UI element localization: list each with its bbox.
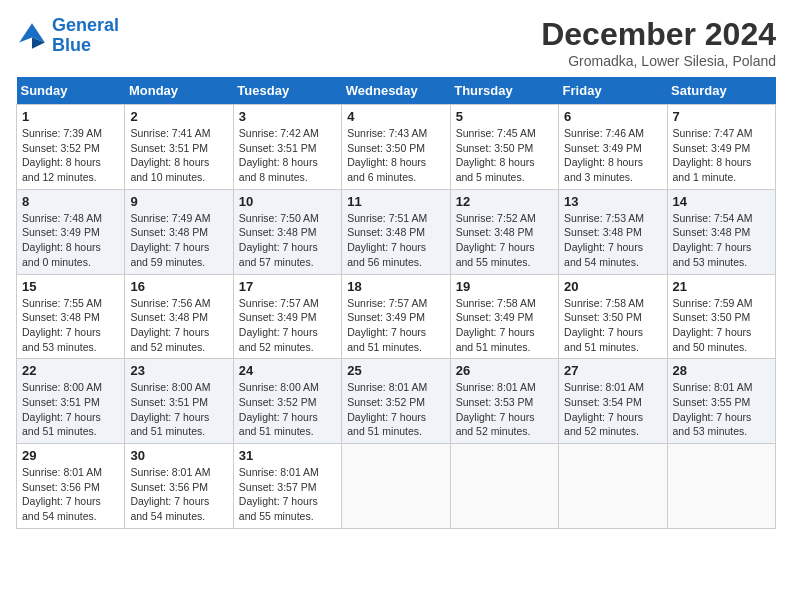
calendar-cell: 18 Sunrise: 7:57 AM Sunset: 3:49 PM Dayl… <box>342 274 450 359</box>
day-number: 9 <box>130 194 227 209</box>
day-number: 13 <box>564 194 661 209</box>
day-number: 25 <box>347 363 444 378</box>
calendar-cell: 7 Sunrise: 7:47 AM Sunset: 3:49 PM Dayli… <box>667 105 775 190</box>
week-row-5: 29 Sunrise: 8:01 AM Sunset: 3:56 PM Dayl… <box>17 444 776 529</box>
calendar-cell: 4 Sunrise: 7:43 AM Sunset: 3:50 PM Dayli… <box>342 105 450 190</box>
day-detail: Sunrise: 7:50 AM Sunset: 3:48 PM Dayligh… <box>239 211 336 270</box>
day-number: 6 <box>564 109 661 124</box>
title-area: December 2024 Gromadka, Lower Silesia, P… <box>541 16 776 69</box>
day-number: 15 <box>22 279 119 294</box>
day-detail: Sunrise: 8:01 AM Sunset: 3:55 PM Dayligh… <box>673 380 770 439</box>
day-number: 16 <box>130 279 227 294</box>
day-detail: Sunrise: 7:43 AM Sunset: 3:50 PM Dayligh… <box>347 126 444 185</box>
day-number: 20 <box>564 279 661 294</box>
calendar-cell: 2 Sunrise: 7:41 AM Sunset: 3:51 PM Dayli… <box>125 105 233 190</box>
calendar-cell: 19 Sunrise: 7:58 AM Sunset: 3:49 PM Dayl… <box>450 274 558 359</box>
day-detail: Sunrise: 7:45 AM Sunset: 3:50 PM Dayligh… <box>456 126 553 185</box>
day-number: 30 <box>130 448 227 463</box>
calendar-cell: 26 Sunrise: 8:01 AM Sunset: 3:53 PM Dayl… <box>450 359 558 444</box>
day-detail: Sunrise: 7:55 AM Sunset: 3:48 PM Dayligh… <box>22 296 119 355</box>
logo-icon <box>16 20 48 52</box>
day-detail: Sunrise: 8:01 AM Sunset: 3:57 PM Dayligh… <box>239 465 336 524</box>
calendar-cell <box>450 444 558 529</box>
day-number: 17 <box>239 279 336 294</box>
calendar-cell: 13 Sunrise: 7:53 AM Sunset: 3:48 PM Dayl… <box>559 189 667 274</box>
day-detail: Sunrise: 7:58 AM Sunset: 3:50 PM Dayligh… <box>564 296 661 355</box>
calendar-cell: 16 Sunrise: 7:56 AM Sunset: 3:48 PM Dayl… <box>125 274 233 359</box>
day-detail: Sunrise: 7:58 AM Sunset: 3:49 PM Dayligh… <box>456 296 553 355</box>
week-row-1: 1 Sunrise: 7:39 AM Sunset: 3:52 PM Dayli… <box>17 105 776 190</box>
weekday-wednesday: Wednesday <box>342 77 450 105</box>
day-number: 14 <box>673 194 770 209</box>
calendar-cell: 27 Sunrise: 8:01 AM Sunset: 3:54 PM Dayl… <box>559 359 667 444</box>
calendar-cell: 31 Sunrise: 8:01 AM Sunset: 3:57 PM Dayl… <box>233 444 341 529</box>
calendar-cell: 28 Sunrise: 8:01 AM Sunset: 3:55 PM Dayl… <box>667 359 775 444</box>
day-number: 8 <box>22 194 119 209</box>
day-detail: Sunrise: 7:49 AM Sunset: 3:48 PM Dayligh… <box>130 211 227 270</box>
day-number: 19 <box>456 279 553 294</box>
day-number: 3 <box>239 109 336 124</box>
calendar-cell: 29 Sunrise: 8:01 AM Sunset: 3:56 PM Dayl… <box>17 444 125 529</box>
calendar-cell: 17 Sunrise: 7:57 AM Sunset: 3:49 PM Dayl… <box>233 274 341 359</box>
day-detail: Sunrise: 7:56 AM Sunset: 3:48 PM Dayligh… <box>130 296 227 355</box>
day-detail: Sunrise: 7:47 AM Sunset: 3:49 PM Dayligh… <box>673 126 770 185</box>
week-row-2: 8 Sunrise: 7:48 AM Sunset: 3:49 PM Dayli… <box>17 189 776 274</box>
day-detail: Sunrise: 7:51 AM Sunset: 3:48 PM Dayligh… <box>347 211 444 270</box>
logo-text: General Blue <box>52 16 119 56</box>
location: Gromadka, Lower Silesia, Poland <box>541 53 776 69</box>
calendar-cell: 14 Sunrise: 7:54 AM Sunset: 3:48 PM Dayl… <box>667 189 775 274</box>
calendar-cell <box>559 444 667 529</box>
day-detail: Sunrise: 8:01 AM Sunset: 3:54 PM Dayligh… <box>564 380 661 439</box>
day-number: 2 <box>130 109 227 124</box>
day-detail: Sunrise: 8:01 AM Sunset: 3:53 PM Dayligh… <box>456 380 553 439</box>
day-detail: Sunrise: 7:54 AM Sunset: 3:48 PM Dayligh… <box>673 211 770 270</box>
month-title: December 2024 <box>541 16 776 53</box>
weekday-tuesday: Tuesday <box>233 77 341 105</box>
calendar-cell <box>667 444 775 529</box>
calendar-cell: 8 Sunrise: 7:48 AM Sunset: 3:49 PM Dayli… <box>17 189 125 274</box>
day-number: 23 <box>130 363 227 378</box>
calendar-cell: 30 Sunrise: 8:01 AM Sunset: 3:56 PM Dayl… <box>125 444 233 529</box>
weekday-header-row: SundayMondayTuesdayWednesdayThursdayFrid… <box>17 77 776 105</box>
day-number: 28 <box>673 363 770 378</box>
logo: General Blue <box>16 16 119 56</box>
day-detail: Sunrise: 8:01 AM Sunset: 3:56 PM Dayligh… <box>22 465 119 524</box>
day-detail: Sunrise: 7:46 AM Sunset: 3:49 PM Dayligh… <box>564 126 661 185</box>
calendar-cell: 25 Sunrise: 8:01 AM Sunset: 3:52 PM Dayl… <box>342 359 450 444</box>
day-detail: Sunrise: 7:52 AM Sunset: 3:48 PM Dayligh… <box>456 211 553 270</box>
calendar-cell: 11 Sunrise: 7:51 AM Sunset: 3:48 PM Dayl… <box>342 189 450 274</box>
calendar-cell: 12 Sunrise: 7:52 AM Sunset: 3:48 PM Dayl… <box>450 189 558 274</box>
calendar-cell: 6 Sunrise: 7:46 AM Sunset: 3:49 PM Dayli… <box>559 105 667 190</box>
calendar-table: SundayMondayTuesdayWednesdayThursdayFrid… <box>16 77 776 529</box>
weekday-saturday: Saturday <box>667 77 775 105</box>
day-detail: Sunrise: 7:59 AM Sunset: 3:50 PM Dayligh… <box>673 296 770 355</box>
calendar-cell: 3 Sunrise: 7:42 AM Sunset: 3:51 PM Dayli… <box>233 105 341 190</box>
day-number: 22 <box>22 363 119 378</box>
calendar-cell: 15 Sunrise: 7:55 AM Sunset: 3:48 PM Dayl… <box>17 274 125 359</box>
calendar-cell <box>342 444 450 529</box>
calendar-cell: 23 Sunrise: 8:00 AM Sunset: 3:51 PM Dayl… <box>125 359 233 444</box>
calendar-cell: 21 Sunrise: 7:59 AM Sunset: 3:50 PM Dayl… <box>667 274 775 359</box>
day-detail: Sunrise: 8:01 AM Sunset: 3:52 PM Dayligh… <box>347 380 444 439</box>
weekday-sunday: Sunday <box>17 77 125 105</box>
weekday-thursday: Thursday <box>450 77 558 105</box>
week-row-4: 22 Sunrise: 8:00 AM Sunset: 3:51 PM Dayl… <box>17 359 776 444</box>
calendar-cell: 10 Sunrise: 7:50 AM Sunset: 3:48 PM Dayl… <box>233 189 341 274</box>
calendar-cell: 24 Sunrise: 8:00 AM Sunset: 3:52 PM Dayl… <box>233 359 341 444</box>
day-number: 7 <box>673 109 770 124</box>
calendar-cell: 22 Sunrise: 8:00 AM Sunset: 3:51 PM Dayl… <box>17 359 125 444</box>
day-number: 4 <box>347 109 444 124</box>
weekday-friday: Friday <box>559 77 667 105</box>
day-detail: Sunrise: 7:48 AM Sunset: 3:49 PM Dayligh… <box>22 211 119 270</box>
day-detail: Sunrise: 7:41 AM Sunset: 3:51 PM Dayligh… <box>130 126 227 185</box>
day-detail: Sunrise: 8:01 AM Sunset: 3:56 PM Dayligh… <box>130 465 227 524</box>
day-number: 27 <box>564 363 661 378</box>
day-number: 24 <box>239 363 336 378</box>
day-number: 5 <box>456 109 553 124</box>
weekday-monday: Monday <box>125 77 233 105</box>
day-detail: Sunrise: 7:53 AM Sunset: 3:48 PM Dayligh… <box>564 211 661 270</box>
day-detail: Sunrise: 7:39 AM Sunset: 3:52 PM Dayligh… <box>22 126 119 185</box>
day-number: 12 <box>456 194 553 209</box>
calendar-cell: 20 Sunrise: 7:58 AM Sunset: 3:50 PM Dayl… <box>559 274 667 359</box>
page-header: General Blue December 2024 Gromadka, Low… <box>16 16 776 69</box>
